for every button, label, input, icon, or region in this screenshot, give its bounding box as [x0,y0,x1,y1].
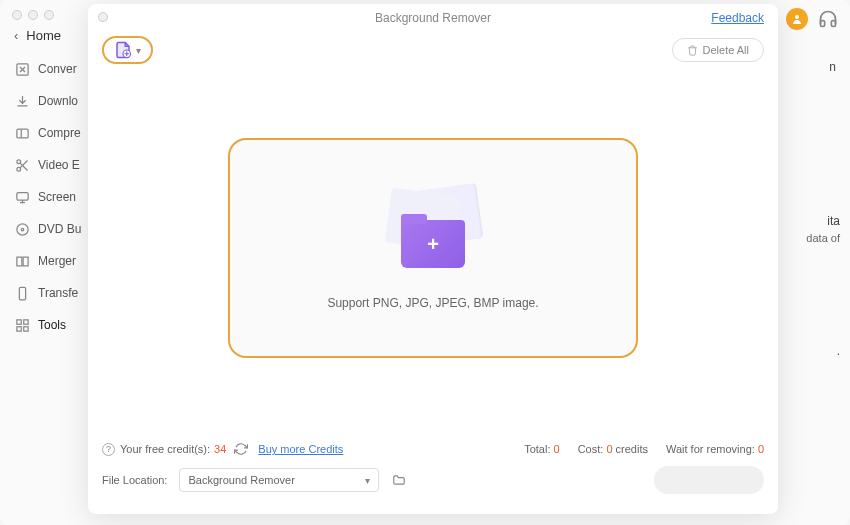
avatar[interactable] [786,8,808,30]
modal-toolbar: ▾ Delete All [88,32,778,68]
back-home-button[interactable]: ‹ Home [14,28,90,43]
modal-close-icon[interactable] [98,12,108,22]
dropzone[interactable]: + Support PNG, JPG, JPEG, BMP image. [228,138,638,358]
sidebar-item-downloader[interactable]: Downlo [14,93,90,109]
grid-icon [14,317,30,333]
download-icon [14,93,30,109]
delete-all-button[interactable]: Delete All [672,38,764,62]
stats: Total: 0 Cost: 0 credits Wait for removi… [524,443,764,455]
svg-rect-13 [23,326,27,330]
maximize-dot[interactable] [44,10,54,20]
chevron-down-icon: ▾ [365,475,370,486]
file-location-select[interactable]: Background Remover ▾ [179,468,379,492]
plus-icon: + [427,233,439,256]
svg-rect-8 [23,257,28,266]
convert-icon [14,61,30,77]
add-file-icon [114,41,132,59]
screen-icon [14,189,30,205]
add-file-button[interactable]: ▾ [102,36,153,64]
credits-count: 34 [214,443,226,455]
svg-rect-9 [19,287,25,300]
svg-rect-1 [16,129,27,138]
transfer-icon [14,285,30,301]
svg-point-3 [16,167,20,171]
svg-rect-4 [16,192,27,200]
app-main-window: ‹ Home Conver Downlo Compre Video E Scre… [0,0,850,525]
window-traffic-lights [12,10,54,20]
modal-title: Background Remover [375,11,491,25]
back-home-label: Home [26,28,61,43]
svg-point-14 [795,15,799,19]
svg-point-5 [16,223,27,234]
disc-icon [14,221,30,237]
minimize-dot[interactable] [28,10,38,20]
modal-header: Background Remover Feedback [88,4,778,32]
svg-rect-7 [16,257,21,266]
trash-icon [687,45,698,56]
chevron-down-icon: ▾ [136,45,141,56]
folder-illustration: + [378,186,488,276]
header-right [786,8,838,30]
sidebar-item-video-editor[interactable]: Video E [14,157,90,173]
buy-credits-link[interactable]: Buy more Credits [258,443,343,455]
sidebar-item-dvd[interactable]: DVD Bu [14,221,90,237]
svg-rect-11 [23,319,27,323]
sidebar-item-converter[interactable]: Conver [14,61,90,77]
background-remover-modal: Background Remover Feedback ▾ Delete All [88,4,778,514]
file-location-row: File Location: Background Remover ▾ [102,466,764,494]
sidebar: ‹ Home Conver Downlo Compre Video E Scre… [0,28,90,518]
start-button[interactable] [654,466,764,494]
svg-point-2 [16,159,20,163]
svg-point-6 [21,228,24,231]
close-dot[interactable] [12,10,22,20]
sidebar-item-transfer[interactable]: Transfe [14,285,90,301]
compress-icon [14,125,30,141]
dropzone-text: Support PNG, JPG, JPEG, BMP image. [327,296,538,310]
open-folder-icon[interactable] [391,473,407,487]
chevron-left-icon: ‹ [14,28,18,43]
help-icon[interactable]: ? [102,443,115,456]
credits-row: ? Your free credit(s): 34 Buy more Credi… [102,442,764,456]
svg-rect-10 [16,319,20,323]
sidebar-item-tools[interactable]: Tools [14,317,90,333]
scissors-icon [14,157,30,173]
sidebar-item-screen[interactable]: Screen [14,189,90,205]
headset-icon[interactable] [818,9,838,29]
svg-rect-12 [16,326,20,330]
merge-icon [14,253,30,269]
refresh-icon[interactable] [234,442,248,456]
file-location-label: File Location: [102,474,167,486]
right-panel-partial: n ita data of . [770,50,840,358]
feedback-link[interactable]: Feedback [711,11,764,25]
credits-label: Your free credit(s): [120,443,210,455]
sidebar-item-merger[interactable]: Merger [14,253,90,269]
sidebar-item-compressor[interactable]: Compre [14,125,90,141]
